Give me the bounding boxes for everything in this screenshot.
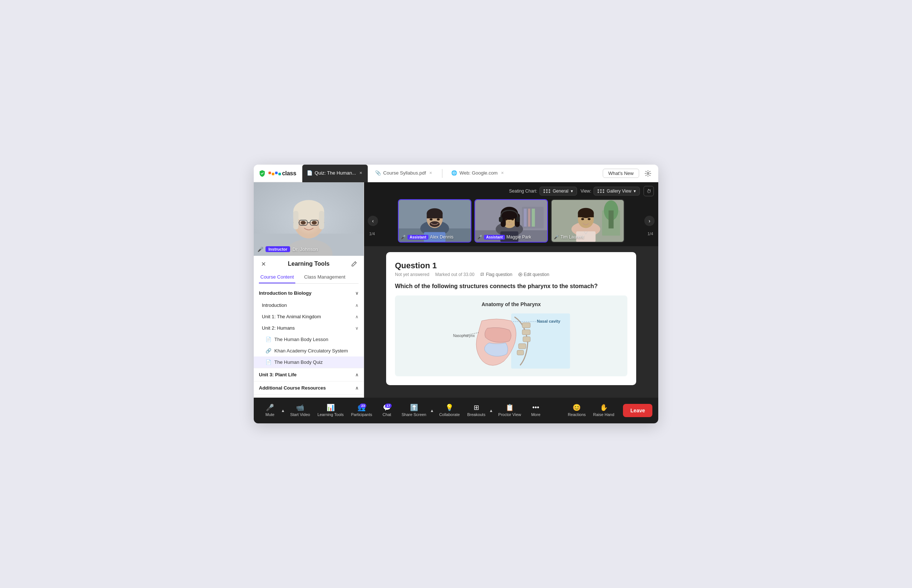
shield-icon xyxy=(258,170,266,178)
view-chevron: ▾ xyxy=(633,189,636,194)
svg-text:Nasopharynx: Nasopharynx xyxy=(453,334,475,338)
learning-tools-panel: ✕ Learning Tools Course Content Class Ma… xyxy=(254,256,364,397)
subsection-unit1: Unit 1: The Animal Kingdom ∧ xyxy=(254,311,364,322)
sidebar: 🎤 Instructor Dr. Johnson ✕ Learning Tool… xyxy=(254,182,364,397)
svg-rect-61 xyxy=(523,337,530,342)
section-intro-biology-label: Introduction to Biology xyxy=(259,290,311,296)
raise-hand-button[interactable]: ✋ Raise Hand xyxy=(590,402,617,419)
learning-tools-button[interactable]: 📊 Learning Tools xyxy=(314,402,347,419)
chat-button[interactable]: 💬 17 Chat xyxy=(377,402,397,419)
chat-badge: 17 xyxy=(385,404,392,408)
tab-quiz[interactable]: 📄 Quiz: The Human... ✕ xyxy=(302,165,368,182)
svg-point-0 xyxy=(647,172,649,174)
panel-title: Learning Tools xyxy=(288,260,329,267)
start-video-button[interactable]: 📹 Start Video xyxy=(287,402,313,419)
tab-syllabus-close[interactable]: ✕ xyxy=(428,171,433,176)
section-unit3-chevron: ∧ xyxy=(355,372,358,377)
instructor-name: Dr. Johnson xyxy=(292,247,318,252)
svg-rect-15 xyxy=(319,211,324,229)
view-dropdown[interactable]: Gallery View ▾ xyxy=(593,187,640,195)
svg-point-12 xyxy=(301,221,306,225)
mute-button[interactable]: 🎤 Mute xyxy=(260,402,280,419)
svg-rect-29 xyxy=(524,209,526,227)
settings-icon xyxy=(645,170,651,177)
tim-name: Tim Laurent xyxy=(560,234,584,240)
section-additional-header[interactable]: Additional Course Resources ∧ xyxy=(254,381,364,394)
svg-rect-59 xyxy=(522,323,530,328)
share-screen-button[interactable]: ⬆️ Share Screen xyxy=(398,402,429,419)
proctor-view-icon: 📋 xyxy=(505,404,514,411)
section-additional-chevron: ∧ xyxy=(355,386,358,391)
tree-item-khan-label: Khan Academy Circulatory System xyxy=(274,348,348,354)
flag-question-link[interactable]: Flag question xyxy=(480,272,512,277)
svg-point-52 xyxy=(588,218,591,220)
subsection-unit2-header[interactable]: Unit 2: Humans ∨ xyxy=(254,322,364,334)
svg-rect-63 xyxy=(517,350,524,355)
share-arrow[interactable]: ▲ xyxy=(429,407,435,414)
quiz-card: Question 1 Not yet answered Marked out o… xyxy=(386,252,636,385)
svg-point-23 xyxy=(429,218,433,221)
proctor-view-button[interactable]: 📋 Proctor View xyxy=(495,402,524,419)
svg-rect-50 xyxy=(578,213,594,217)
maggie-name: Maggie Park xyxy=(506,234,531,240)
gallery-nav-left[interactable]: ‹ xyxy=(368,216,378,226)
chat-icon-wrapper: 💬 17 xyxy=(383,404,391,411)
seating-chart-dropdown[interactable]: General ▾ xyxy=(539,187,577,195)
subsection-introduction: Introduction ∧ xyxy=(254,299,364,311)
timer-button[interactable]: ⏱ xyxy=(643,186,654,196)
collaborate-button[interactable]: 💡 Collaborate xyxy=(436,402,463,419)
tab-google[interactable]: 🌐 Web: Google.com ✕ xyxy=(447,165,509,182)
video-label: Start Video xyxy=(290,412,310,417)
tree-item-body-lesson[interactable]: 📄 The Human Body Lesson xyxy=(254,334,364,345)
tree-item-khan[interactable]: 🔗 Khan Academy Circulatory System xyxy=(254,345,364,357)
view-control: View: Gallery View ▾ xyxy=(581,187,640,195)
breakouts-arrow[interactable]: ▲ xyxy=(488,407,494,414)
tab-course-content[interactable]: Course Content xyxy=(259,271,295,283)
maggie-assistant-badge: Assistant xyxy=(484,235,505,240)
panel-close-button[interactable]: ✕ xyxy=(259,260,268,268)
section-unit3-label: Unit 3: Plant Life xyxy=(259,372,297,377)
anatomy-svg-area: Nasal cavity Nasopharynx xyxy=(401,312,622,370)
svg-rect-21 xyxy=(426,213,442,218)
view-value: Gallery View xyxy=(607,189,632,194)
gallery-nav-right[interactable]: › xyxy=(644,216,654,226)
svg-text:Nasal cavity: Nasal cavity xyxy=(537,319,560,323)
edit-question-link[interactable]: Edit question xyxy=(518,272,549,277)
app-window: class 📄 Quiz: The Human... ✕ 📎 Course Sy… xyxy=(254,165,658,423)
settings-button[interactable] xyxy=(642,168,654,179)
tab-class-management[interactable]: Class Management xyxy=(303,271,347,283)
alex-mic-icon: 🎤 xyxy=(401,235,406,240)
breakouts-button[interactable]: ⊞ Breakouts xyxy=(464,402,488,419)
mute-arrow[interactable]: ▲ xyxy=(280,407,286,414)
section-intro-biology-header[interactable]: Introduction to Biology ∨ xyxy=(254,287,364,299)
svg-point-38 xyxy=(511,219,514,221)
tab-syllabus[interactable]: 📎 Course Syllabus.pdf ✕ xyxy=(371,165,437,182)
participants-button[interactable]: 👥 23 Participants xyxy=(348,402,375,419)
class-wordmark: class xyxy=(269,170,296,177)
panel-edit-button[interactable] xyxy=(350,260,358,268)
whats-new-button[interactable]: What's New xyxy=(603,169,639,178)
seating-chart-label: Seating Chart: xyxy=(509,189,537,194)
tab-google-close[interactable]: ✕ xyxy=(500,171,505,176)
leave-button[interactable]: Leave xyxy=(623,404,652,417)
tab-quiz-close[interactable]: ✕ xyxy=(358,171,363,176)
subsection-introduction-chevron: ∧ xyxy=(355,303,358,308)
section-unit3-header[interactable]: Unit 3: Plant Life ∧ xyxy=(254,368,364,381)
subsection-unit1-header[interactable]: Unit 1: The Animal Kingdom ∧ xyxy=(254,311,364,322)
panel-tabs: Course Content Class Management xyxy=(259,271,358,284)
svg-point-37 xyxy=(505,219,507,221)
svg-rect-62 xyxy=(518,344,526,349)
reactions-button[interactable]: 😊 Reactions xyxy=(565,402,589,419)
tab-google-label: Web: Google.com xyxy=(459,170,497,176)
more-button[interactable]: ••• More xyxy=(525,402,546,419)
seating-chart-control: Seating Chart: General ▾ xyxy=(509,187,577,195)
video-thumb-alex: 🎤 Assistant Alex Dennis xyxy=(398,199,471,242)
subsection-unit2-label: Unit 2: Humans xyxy=(262,325,295,331)
subsection-introduction-header[interactable]: Introduction ∧ xyxy=(254,299,364,311)
maggie-label: 🎤 Assistant Maggie Park xyxy=(477,234,531,240)
view-label: View: xyxy=(581,189,591,194)
subsection-unit2: Unit 2: Humans ∨ 📄 The Human Body Lesson… xyxy=(254,322,364,368)
anatomy-title: Anatomy of the Pharynx xyxy=(401,301,622,307)
svg-rect-42 xyxy=(516,217,520,222)
tree-item-body-quiz[interactable]: 📄 The Human Body Quiz xyxy=(254,357,364,368)
